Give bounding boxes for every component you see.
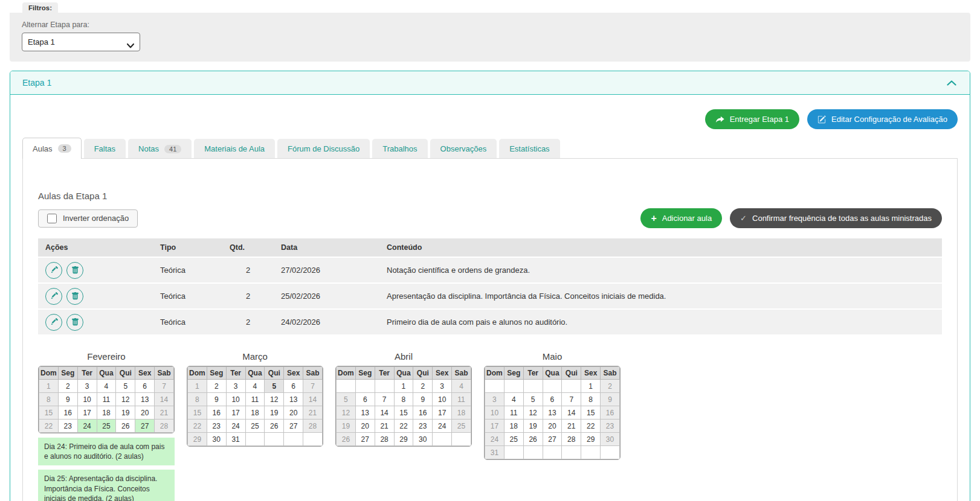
cell-conteudo: Notação científica e ordens de grandeza.: [379, 258, 942, 282]
weekday-header: Sex: [433, 367, 452, 380]
calendar-day-cell: 24: [433, 420, 452, 433]
calendar-day-cell: 13: [355, 406, 375, 420]
calendar-day-cell: 3: [77, 380, 97, 393]
tab-label: Faltas: [94, 144, 115, 153]
tab-label: Materiais de Aula: [204, 144, 265, 153]
calendar-day-cell: 4: [245, 380, 265, 393]
calendar-column-maio: MaioDomSegTerQuaQuiSexSab123456789101112…: [484, 351, 621, 460]
calendar-day-cell: 7: [303, 380, 323, 393]
cell-tipo: Teórica: [153, 284, 222, 308]
calendar-day-cell: 10: [77, 393, 97, 406]
collapse-panel-button[interactable]: [946, 78, 958, 88]
stage-select[interactable]: Etapa 1: [22, 33, 140, 51]
calendar-day-cell: 8: [39, 393, 59, 406]
calendar-day-cell: 27: [355, 433, 375, 446]
add-aula-button[interactable]: + Adicionar aula: [640, 208, 722, 228]
filters-tab-label: Filtros:: [22, 2, 58, 13]
cell-qtd: 2: [222, 310, 274, 334]
edit-evaluation-config-button[interactable]: Editar Configuração de Avaliação: [807, 109, 958, 129]
weekday-header: Dom: [337, 367, 356, 380]
delete-aula-button[interactable]: [66, 314, 83, 331]
calendar-day-cell: 8: [394, 393, 413, 406]
stage-actions-row: Entregar Etapa 1 Editar Configuração de …: [22, 109, 958, 129]
calendar-day-cell: 25: [452, 420, 471, 433]
calendar-month-title: Abril: [335, 351, 472, 362]
calendar-day-cell: 21: [562, 420, 581, 433]
calendar-day-cell: 17: [485, 420, 505, 433]
calendar-day-cell: 5: [523, 393, 543, 406]
calendar-day-cell: 16: [207, 406, 226, 420]
pencil-icon: [50, 318, 58, 326]
calendar-day-cell: [523, 380, 543, 393]
calendar-day-cell: [523, 446, 543, 459]
calendar-day-cell: 3: [485, 393, 505, 406]
calendar-day-cell: 7: [562, 393, 581, 406]
calendar-day-cell: [265, 433, 284, 446]
calendar-day-cell: 28: [303, 420, 323, 433]
calendar-day-cell: 5: [116, 380, 135, 393]
cell-tipo: Teórica: [153, 310, 222, 334]
calendar-day-cell: 30: [413, 433, 433, 446]
calendar-day-cell: [543, 446, 562, 459]
tab-label: Aulas: [33, 144, 53, 153]
weekday-header: Qua: [394, 367, 413, 380]
calendar-day-cell: [375, 380, 394, 393]
tab-trabalhos[interactable]: Trabalhos: [372, 139, 427, 158]
calendar-table: DomSegTerQuaQuiSexSab1234567891011121314…: [187, 366, 323, 446]
calendar-day-cell: 16: [413, 406, 433, 420]
calendar-day-cell: 7: [375, 393, 394, 406]
column-header-acoes: Ações: [38, 238, 153, 257]
calendar-month-title: Fevereiro: [38, 351, 175, 362]
cell-data: 25/02/2026: [274, 284, 379, 308]
aulas-table: AçõesTipoQtd.DataConteúdo Teórica227/02/…: [38, 237, 942, 336]
etapa-panel-header[interactable]: Etapa 1: [10, 71, 970, 95]
calendar-day-cell: 10: [226, 393, 245, 406]
calendar-table: DomSegTerQuaQuiSexSab1234567891011121314…: [39, 366, 174, 433]
delete-aula-button[interactable]: [66, 262, 83, 279]
calendar-day-cell: [303, 433, 323, 446]
delete-aula-button[interactable]: [66, 288, 83, 305]
filters-panel: Alternar Etapa para: Etapa 1: [10, 13, 970, 62]
calendar-day-cell: 28: [155, 420, 174, 433]
column-header-qtd: Qtd.: [222, 238, 274, 257]
tabs-row: Aulas3FaltasNotas41Materiais de AulaFóru…: [22, 138, 958, 158]
calendar-day-cell: 20: [355, 420, 375, 433]
invert-order-checkbox[interactable]: [47, 214, 57, 223]
calendar-day-cell: 26: [265, 420, 284, 433]
weekday-header: Sex: [284, 367, 303, 380]
calendar-day-cell: 30: [207, 433, 226, 446]
weekday-header: Ter: [375, 367, 394, 380]
tab-forum-de-discussao[interactable]: Fórum de Discussão: [277, 139, 370, 158]
chevron-up-icon: [947, 80, 956, 86]
calendar-day-cell: 1: [188, 380, 207, 393]
calendar-legend: Dia 24: Primeiro dia de aula com pais e …: [38, 438, 175, 501]
calendar-day-cell: [284, 433, 303, 446]
weekday-header: Dom: [39, 367, 59, 380]
calendar-day-cell: [504, 380, 523, 393]
edit-aula-button[interactable]: [45, 288, 62, 305]
calendar-day-cell: 28: [562, 433, 581, 446]
calendar-day-cell: 29: [581, 433, 601, 446]
tab-notas[interactable]: Notas41: [128, 139, 192, 158]
tab-materiais-de-aula[interactable]: Materiais de Aula: [194, 139, 275, 158]
calendar-day-cell: 24: [226, 420, 245, 433]
edit-aula-button[interactable]: [45, 262, 62, 279]
calendar-month-title: Março: [187, 351, 323, 362]
tab-estatisticas[interactable]: Estatísticas: [499, 139, 559, 158]
deliver-stage-button[interactable]: Entregar Etapa 1: [705, 109, 799, 129]
calendar-day-cell: 9: [58, 393, 77, 406]
cell-conteudo: Primeiro dia de aula com pais e alunos n…: [379, 310, 942, 334]
aulas-action-buttons: + Adicionar aula ✓ Confirmar frequência …: [640, 208, 942, 228]
tab-faltas[interactable]: Faltas: [84, 139, 126, 158]
tab-aulas[interactable]: Aulas3: [22, 138, 82, 159]
calendar-day-cell: 6: [284, 380, 303, 393]
calendar-day-cell: 12: [337, 406, 356, 420]
weekday-header: Sex: [135, 367, 155, 380]
calendar-legend-item: Dia 24: Primeiro dia de aula com pais e …: [38, 438, 175, 465]
weekday-header: Sab: [303, 367, 323, 380]
tab-observacoes[interactable]: Observações: [430, 139, 497, 158]
edit-aula-button[interactable]: [45, 314, 62, 331]
calendar-day-cell: 8: [188, 393, 207, 406]
invert-order-button[interactable]: Inverter ordenação: [38, 209, 138, 228]
confirm-attendance-button[interactable]: ✓ Confirmar frequência de todas as aulas…: [730, 208, 942, 228]
